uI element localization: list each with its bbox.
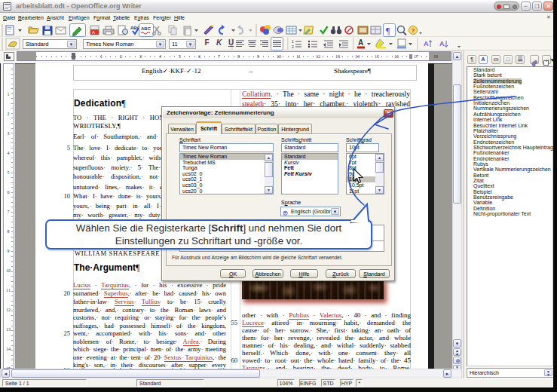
svg-text:ABC: ABC [141,26,151,31]
svg-text:?: ? [412,27,415,34]
svg-text:1: 1 [292,39,294,44]
svg-text:2: 2 [292,44,294,49]
svg-text:A: A [439,40,445,47]
svg-text:A: A [92,30,95,35]
svg-text:¶: ¶ [386,26,390,36]
svg-text:A: A [424,40,429,47]
svg-text:A: A [358,38,363,47]
